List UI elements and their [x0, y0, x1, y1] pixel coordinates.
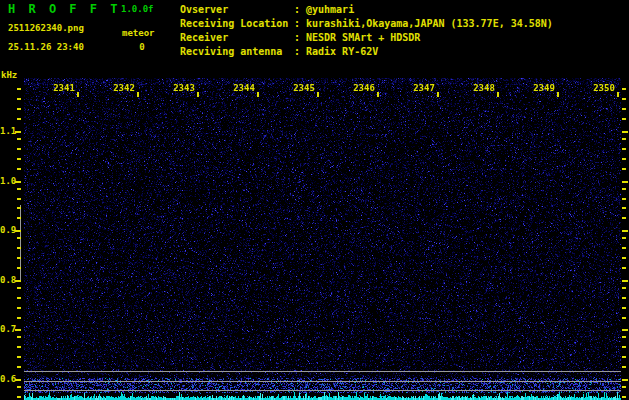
hrofft-window: H R O F F T 1.0.0f 2511262340.png meteor… [0, 0, 629, 400]
location-label: Receiving Location [180, 17, 294, 31]
x-axis-time-label: 2345 [290, 83, 318, 93]
y-axis-minor-tick-right [622, 118, 626, 120]
x-axis-time-label: 2349 [530, 83, 558, 93]
x-axis-minute-tick [377, 92, 379, 97]
y-axis-major-tick-right [622, 329, 628, 331]
y-axis-minor-tick-right [622, 267, 626, 269]
y-axis-minor-tick [17, 198, 21, 200]
info-row-receiver: Receiver:NESDR SMArt + HDSDR [180, 31, 553, 45]
y-axis-major-tick [15, 181, 21, 183]
info-row-location: Receiving Location:kurashiki,Okayama,JAP… [180, 17, 553, 31]
y-axis-minor-tick [17, 386, 21, 388]
y-axis-minor-tick-right [622, 356, 626, 358]
y-axis-minor-tick-right [622, 188, 626, 190]
x-axis-minute-tick [617, 92, 619, 97]
observer-value: @yuhmari [306, 3, 354, 17]
y-axis-minor-tick-right [622, 88, 626, 90]
y-axis-minor-tick [17, 366, 21, 368]
separator: : [294, 3, 306, 17]
y-axis-freq-label: 0.7 [0, 324, 14, 334]
y-axis-minor-tick [17, 207, 21, 209]
y-axis-minor-tick [17, 188, 21, 190]
antenna-label: Recviving antenna [180, 45, 294, 59]
y-axis-minor-tick [17, 297, 21, 299]
y-axis-freq-label: 1.1 [0, 126, 14, 136]
separator: : [294, 17, 306, 31]
y-axis-minor-tick [17, 138, 21, 140]
y-axis-minor-tick-right [622, 336, 626, 338]
y-axis-minor-tick-right [622, 396, 626, 398]
observation-datetime: 25.11.26 23:40 [8, 42, 84, 52]
meteor-count-label: meteor [122, 28, 155, 38]
y-axis-minor-tick [17, 108, 21, 110]
y-axis-minor-tick [17, 247, 21, 249]
y-axis-minor-tick-right [622, 237, 626, 239]
y-axis-minor-tick-right [622, 207, 626, 209]
x-axis-minute-tick [317, 92, 319, 97]
y-axis-minor-tick [17, 396, 21, 398]
observer-label: Ovserver [180, 3, 294, 17]
separator: : [294, 45, 306, 59]
y-axis-major-tick [15, 280, 21, 282]
x-axis-time-label: 2348 [470, 83, 498, 93]
y-axis-minor-tick-right [622, 98, 626, 100]
y-axis-minor-tick [17, 346, 21, 348]
antenna-value: Radix RY-62V [306, 45, 378, 59]
spectrogram-canvas [24, 78, 621, 400]
y-axis-minor-tick-right [622, 346, 626, 348]
y-axis-minor-tick-right [622, 366, 626, 368]
y-axis-unit-label: kHz [1, 70, 17, 80]
y-axis-minor-tick [17, 356, 21, 358]
y-axis-minor-tick-right [622, 148, 626, 150]
y-axis-freq-label: 0.9 [0, 225, 14, 235]
y-axis-minor-tick-right [622, 307, 626, 309]
y-axis-minor-tick [17, 118, 21, 120]
y-axis-minor-tick [17, 168, 21, 170]
y-axis-minor-tick [17, 267, 21, 269]
level-line-1 [24, 371, 621, 372]
x-axis-time-label: 2350 [590, 83, 618, 93]
y-axis-minor-tick [17, 88, 21, 90]
app-title: H R O F F T [8, 2, 120, 16]
receiver-label: Receiver [180, 31, 294, 45]
x-axis-minute-tick [257, 92, 259, 97]
app-version: 1.0.0f [121, 4, 154, 14]
x-axis-minute-tick [497, 92, 499, 97]
y-axis-minor-tick [17, 336, 21, 338]
y-axis-minor-tick-right [622, 247, 626, 249]
y-axis-minor-tick-right [622, 158, 626, 160]
y-axis-major-tick-right [622, 131, 628, 133]
y-axis-freq-label: 0.8 [0, 275, 14, 285]
y-axis-minor-tick-right [622, 217, 626, 219]
y-axis-major-tick-right [622, 181, 628, 183]
receiver-value: NESDR SMArt + HDSDR [306, 31, 420, 45]
y-axis-major-tick [15, 131, 21, 133]
x-axis-minute-tick [197, 92, 199, 97]
x-axis-time-label: 2343 [170, 83, 198, 93]
info-row-observer: Ovserver:@yuhmari [180, 3, 553, 17]
level-line-3 [24, 390, 621, 391]
y-axis-major-tick-right [622, 379, 628, 381]
x-axis-minute-tick [437, 92, 439, 97]
y-axis-minor-tick-right [622, 138, 626, 140]
x-axis-time-label: 2344 [230, 83, 258, 93]
x-axis-minute-tick [77, 92, 79, 97]
x-axis-minute-tick [557, 92, 559, 97]
y-axis-minor-tick-right [622, 198, 626, 200]
y-axis-minor-tick-right [622, 168, 626, 170]
y-axis-freq-label: 0.6 [0, 374, 14, 384]
y-axis-minor-tick [17, 158, 21, 160]
separator: : [294, 31, 306, 45]
y-axis-minor-tick-right [622, 297, 626, 299]
x-axis-time-label: 2347 [410, 83, 438, 93]
y-axis-major-tick-right [622, 230, 628, 232]
y-axis-minor-tick-right [622, 317, 626, 319]
y-axis-major-tick [15, 329, 21, 331]
y-axis-minor-tick-right [622, 257, 626, 259]
y-axis-minor-tick [17, 237, 21, 239]
y-axis-minor-tick [17, 317, 21, 319]
level-line-2 [24, 381, 621, 382]
y-axis-minor-tick-right [622, 287, 626, 289]
y-axis-major-tick [15, 230, 21, 232]
y-axis-major-tick-right [622, 280, 628, 282]
